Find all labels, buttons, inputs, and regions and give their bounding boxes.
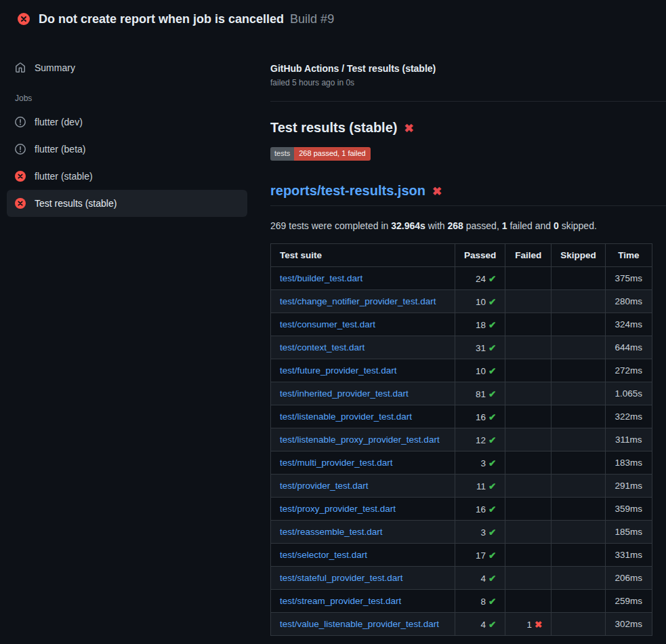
- failed-cell: [505, 521, 551, 544]
- suite-link[interactable]: test/value_listenable_provider_test.dart: [280, 619, 439, 629]
- breadcrumb: GitHub Actions / Test results (stable): [270, 63, 666, 74]
- suite-link[interactable]: test/multi_provider_test.dart: [280, 458, 393, 468]
- skipped-cell: [551, 613, 606, 636]
- suite-link[interactable]: test/listenable_provider_test.dart: [280, 411, 412, 422]
- table-row: test/multi_provider_test.dart3✔183ms: [271, 451, 652, 475]
- passed-count: 12: [476, 435, 486, 445]
- build-title-text: Do not create report when job is cancell…: [39, 12, 284, 26]
- sidebar-item-test-results-stable[interactable]: Test results (stable): [7, 190, 247, 217]
- check-icon: ✔: [488, 366, 496, 376]
- column-header-passed: Passed: [455, 244, 505, 267]
- failed-cell: 1✖: [505, 613, 551, 636]
- time-cell: 272ms: [605, 359, 652, 382]
- sidebar: Summary Jobs flutter (dev)flutter (beta)…: [0, 38, 254, 217]
- sidebar-item-label: flutter (dev): [35, 117, 83, 127]
- skipped-cell: [551, 359, 606, 382]
- sidebar-item-flutter-dev[interactable]: flutter (dev): [7, 108, 247, 136]
- failed-cell: [505, 567, 551, 590]
- table-row: test/listenable_provider_test.dart16✔322…: [271, 405, 652, 428]
- check-icon: ✔: [488, 389, 496, 399]
- time-cell: 322ms: [605, 405, 652, 428]
- badge-value: 268 passed, 1 failed: [294, 147, 370, 161]
- suite-cell: test/value_listenable_provider_test.dart: [271, 613, 455, 636]
- page-title: Do not create report when job is cancell…: [39, 12, 334, 26]
- passed-count: 3: [480, 458, 486, 468]
- suite-link[interactable]: test/future_provider_test.dart: [280, 365, 397, 376]
- sidebar-item-flutter-stable[interactable]: flutter (stable): [7, 163, 247, 190]
- suite-link[interactable]: test/provider_test.dart: [280, 481, 369, 491]
- passed-cell: 11✔: [455, 475, 505, 498]
- failed-cross-icon: ✖: [432, 184, 442, 197]
- suite-cell: test/listenable_proxy_provider_test.dart: [271, 428, 455, 451]
- column-header-failed: Failed: [505, 244, 551, 267]
- suite-cell: test/context_test.dart: [271, 336, 455, 359]
- passed-count: 81: [476, 389, 486, 399]
- skipped-cell: [551, 382, 606, 405]
- suite-link[interactable]: test/inherited_provider_test.dart: [280, 388, 409, 399]
- suite-link[interactable]: test/consumer_test.dart: [280, 319, 375, 329]
- summary-failed-count: 1: [502, 220, 507, 231]
- results-table-body: test/builder_test.dart24✔375mstest/chang…: [271, 267, 652, 636]
- check-icon: ✔: [488, 481, 496, 491]
- passed-count: 16: [476, 504, 486, 515]
- report-link[interactable]: reports/test-results.json: [270, 183, 425, 199]
- failed-cell: [505, 313, 551, 336]
- skipped-cell: [551, 267, 606, 290]
- time-cell: 185ms: [605, 521, 652, 544]
- skipped-cell: [551, 405, 606, 428]
- time-cell: 183ms: [605, 451, 652, 475]
- suite-link[interactable]: test/reassemble_test.dart: [280, 527, 383, 537]
- passed-cell: 3✔: [455, 521, 505, 544]
- layout: Summary Jobs flutter (dev)flutter (beta)…: [0, 38, 666, 636]
- table-row: test/listenable_proxy_provider_test.dart…: [271, 428, 652, 451]
- suite-link[interactable]: test/stream_provider_test.dart: [280, 596, 401, 606]
- time-cell: 311ms: [605, 428, 652, 451]
- passed-count: 11: [476, 481, 486, 491]
- time-cell: 359ms: [605, 498, 652, 521]
- failed-cell: [505, 359, 551, 382]
- time-cell: 259ms: [605, 590, 652, 613]
- suite-link[interactable]: test/context_test.dart: [280, 342, 365, 353]
- skipped-cell: [551, 475, 606, 498]
- time-cell: 302ms: [605, 613, 652, 636]
- suite-link[interactable]: test/change_notifier_provider_test.dart: [280, 296, 436, 306]
- tests-badge: tests 268 passed, 1 failed: [270, 147, 371, 161]
- passed-cell: 17✔: [455, 544, 505, 567]
- build-header: Do not create report when job is cancell…: [0, 0, 666, 38]
- suite-link[interactable]: test/builder_test.dart: [280, 273, 362, 283]
- suite-cell: test/multi_provider_test.dart: [271, 451, 455, 475]
- passed-cell: 24✔: [455, 267, 505, 290]
- sidebar-item-label: Summary: [35, 62, 75, 73]
- skipped-cell: [551, 521, 606, 544]
- time-cell: 331ms: [605, 544, 652, 567]
- failed-status-icon: [15, 171, 26, 182]
- summary-duration: 32.964s: [391, 220, 425, 231]
- run-status-text: failed 5 hours ago in 0s: [270, 78, 666, 87]
- suite-cell: test/listenable_provider_test.dart: [271, 405, 455, 428]
- suite-link[interactable]: test/selector_test.dart: [280, 550, 367, 560]
- section-title-text: Test results (stable): [270, 120, 397, 136]
- suite-link[interactable]: test/listenable_proxy_provider_test.dart: [280, 435, 440, 445]
- sidebar-item-flutter-beta[interactable]: flutter (beta): [7, 136, 247, 163]
- passed-cell: 10✔: [455, 290, 505, 313]
- sidebar-item-summary[interactable]: Summary: [7, 54, 247, 81]
- failed-status-icon: [18, 13, 30, 25]
- passed-count: 3: [480, 527, 486, 538]
- check-icon: ✔: [488, 343, 496, 353]
- suite-cell: test/proxy_provider_test.dart: [271, 498, 455, 521]
- report-heading: reports/test-results.json ✖: [270, 183, 666, 206]
- suite-link[interactable]: test/proxy_provider_test.dart: [280, 504, 396, 514]
- main-content: GitHub Actions / Test results (stable) f…: [254, 38, 666, 636]
- table-row: test/consumer_test.dart18✔324ms: [271, 313, 652, 336]
- column-header-test-suite: Test suite: [271, 244, 455, 267]
- summary-text: passed,: [463, 220, 502, 231]
- table-row: test/value_listenable_provider_test.dart…: [271, 613, 652, 636]
- table-row: test/proxy_provider_test.dart16✔359ms: [271, 498, 652, 521]
- passed-count: 16: [476, 412, 486, 422]
- suite-link[interactable]: test/stateful_provider_test.dart: [280, 573, 403, 583]
- check-icon: ✔: [488, 504, 496, 515]
- summary-skipped-count: 0: [554, 220, 559, 231]
- check-icon: ✔: [488, 297, 496, 307]
- check-icon: ✔: [488, 550, 496, 561]
- time-cell: 324ms: [605, 313, 652, 336]
